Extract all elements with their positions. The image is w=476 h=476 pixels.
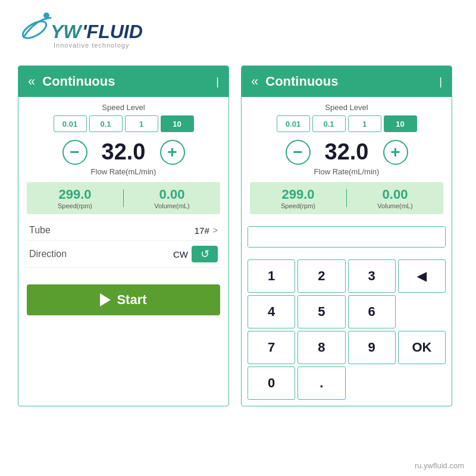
right-menu-icon: |: [439, 76, 442, 88]
svg-point-0: [20, 18, 49, 41]
right-speed-btn-1[interactable]: 0.1: [312, 115, 346, 132]
right-panel: « Continuous | Speed Level 0.01 0.1 1 10…: [241, 65, 452, 406]
left-volume-label: Volume(mL): [124, 202, 220, 209]
right-numpad-8[interactable]: 8: [298, 331, 345, 364]
left-stats-row: 299.0 Speed(rpm) 0.00 Volume(mL): [27, 182, 220, 214]
left-start-button[interactable]: Start: [27, 284, 220, 315]
left-speed-label: Speed(rpm): [27, 202, 123, 209]
left-direction-row: Direction CW ↺: [27, 241, 220, 268]
left-start-btn-container: Start: [18, 274, 228, 324]
right-numpad-input[interactable]: [248, 227, 445, 247]
right-numpad-backspace[interactable]: ◀: [398, 259, 446, 293]
panels-container: « Continuous | Speed Level 0.01 0.1 1 10…: [18, 65, 452, 406]
right-numpad-2[interactable]: 2: [298, 259, 345, 293]
right-numpad-7[interactable]: 7: [248, 331, 295, 364]
right-numpad-6[interactable]: 6: [348, 295, 396, 328]
right-panel-header: « Continuous |: [242, 66, 452, 97]
left-panel: « Continuous | Speed Level 0.01 0.1 1 10…: [18, 65, 229, 406]
left-speed-stat: 299.0 Speed(rpm): [27, 187, 123, 209]
left-speed-btn-3[interactable]: 10: [161, 115, 194, 132]
left-tube-value: 17# >: [195, 226, 218, 236]
right-numpad-grid: 1 2 3 ◀ 4 5 6 7 8 9 OK 0 .: [242, 256, 452, 406]
left-back-button[interactable]: «: [28, 74, 35, 89]
left-panel-header: « Continuous |: [18, 66, 228, 97]
right-numpad-spacer: [348, 367, 396, 400]
left-direction-cw: CW: [173, 249, 188, 259]
left-decrement-button[interactable]: −: [62, 140, 87, 165]
right-panel-body: Speed Level 0.01 0.1 1 10 − 32.0 + Flow …: [242, 97, 452, 226]
left-speed-value: 299.0: [27, 187, 123, 202]
left-play-icon: [100, 293, 111, 306]
right-stats-row: 299.0 Speed(rpm) 0.00 Volume(mL): [250, 182, 443, 214]
left-menu-icon: |: [216, 76, 219, 88]
right-volume-value: 0.00: [347, 187, 443, 202]
left-start-label: Start: [117, 292, 146, 308]
right-back-button[interactable]: «: [251, 74, 258, 89]
left-direction-icon: ↺: [201, 248, 209, 261]
right-flow-rate-row: − 32.0 +: [250, 139, 443, 165]
right-numpad-3[interactable]: 3: [348, 259, 396, 293]
right-speed-btn-3[interactable]: 10: [384, 115, 417, 132]
left-speed-btn-2[interactable]: 1: [125, 115, 158, 132]
left-direction-toggle[interactable]: ↺: [192, 246, 218, 262]
left-speed-level-label: Speed Level: [27, 103, 220, 112]
right-flow-label: Flow Rate(mL/min): [250, 167, 443, 176]
right-increment-button[interactable]: +: [383, 140, 408, 165]
right-decrement-button[interactable]: −: [286, 140, 311, 165]
left-flow-label: Flow Rate(mL/min): [27, 167, 220, 176]
right-speed-label: Speed(rpm): [250, 202, 346, 209]
watermark: ru.ywfluid.com: [415, 461, 464, 470]
svg-text:Innovative technology: Innovative technology: [54, 42, 129, 49]
left-flow-rate-row: − 32.0 +: [27, 139, 220, 165]
left-volume-stat: 0.00 Volume(mL): [124, 187, 220, 209]
left-panel-title: Continuous: [42, 74, 216, 89]
left-speed-btn-1[interactable]: 0.1: [89, 115, 123, 132]
right-volume-label: Volume(mL): [347, 202, 443, 209]
left-tube-label: Tube: [29, 225, 51, 236]
svg-text:YW: YW: [51, 21, 83, 42]
right-speed-level-row: 0.01 0.1 1 10: [250, 115, 443, 132]
right-numpad-5[interactable]: 5: [298, 295, 345, 328]
right-numpad-input-row: [248, 226, 446, 248]
left-direction-value: CW ↺: [173, 246, 218, 262]
left-speed-btn-0[interactable]: 0.01: [54, 115, 87, 132]
left-panel-body: Speed Level 0.01 0.1 1 10 − 32.0 + Flow …: [18, 97, 228, 274]
right-numpad-1[interactable]: 1: [248, 259, 295, 293]
right-speed-level-label: Speed Level: [250, 103, 443, 112]
right-speed-btn-2[interactable]: 1: [348, 115, 381, 132]
right-numpad-0[interactable]: 0: [248, 367, 295, 400]
right-speed-btn-0[interactable]: 0.01: [277, 115, 310, 132]
svg-text:'FLUID: 'FLUID: [82, 21, 143, 42]
left-direction-label: Direction: [29, 249, 67, 259]
right-flow-value: 32.0: [320, 139, 374, 165]
right-numpad-input-container: [242, 226, 452, 256]
left-tube-chevron: >: [213, 226, 218, 235]
left-tube-row[interactable]: Tube 17# >: [27, 220, 220, 241]
right-speed-stat: 299.0 Speed(rpm): [250, 187, 346, 209]
left-speed-level-row: 0.01 0.1 1 10: [27, 115, 220, 132]
left-flow-value: 32.0: [97, 139, 151, 165]
right-speed-value: 299.0: [250, 187, 346, 202]
left-volume-value: 0.00: [124, 187, 220, 202]
logo-area: YW 'FLUID Innovative technology: [18, 7, 143, 57]
right-panel-title: Continuous: [265, 74, 439, 89]
right-numpad-dot[interactable]: .: [298, 367, 345, 400]
left-increment-button[interactable]: +: [160, 140, 185, 165]
right-numpad-4[interactable]: 4: [248, 295, 295, 328]
right-numpad-9[interactable]: 9: [348, 331, 396, 364]
right-volume-stat: 0.00 Volume(mL): [347, 187, 443, 209]
right-numpad-ok[interactable]: OK: [398, 331, 446, 364]
